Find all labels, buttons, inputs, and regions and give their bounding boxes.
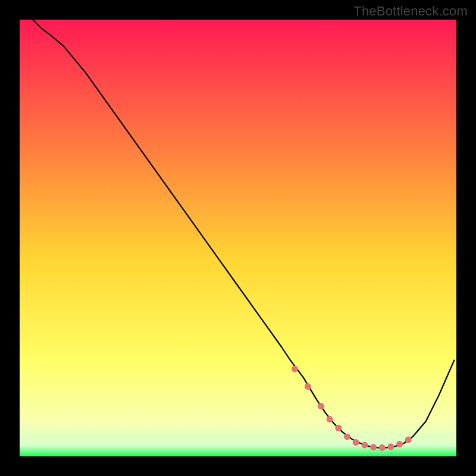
chart-frame: TheBottleneck.com xyxy=(0,0,476,476)
watermark-text: TheBottleneck.com xyxy=(353,4,468,19)
bottleneck-chart xyxy=(20,20,456,456)
